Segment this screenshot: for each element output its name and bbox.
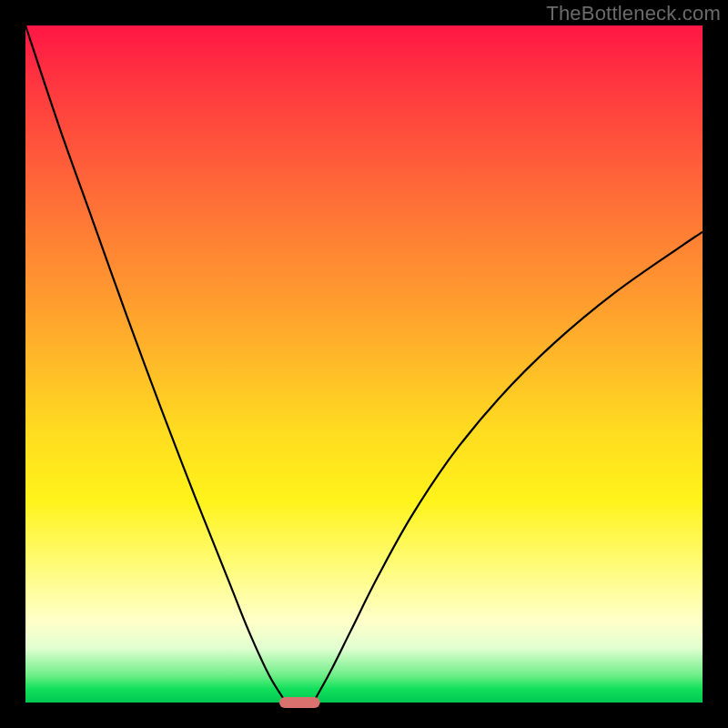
bottleneck-curve-right xyxy=(313,232,703,703)
plot-area xyxy=(25,25,703,703)
bottleneck-curve-left xyxy=(25,25,286,703)
chart-frame: TheBottleneck.com xyxy=(0,0,728,728)
optimal-marker xyxy=(279,697,320,708)
watermark-text: TheBottleneck.com xyxy=(546,2,721,25)
curve-layer xyxy=(25,25,703,703)
